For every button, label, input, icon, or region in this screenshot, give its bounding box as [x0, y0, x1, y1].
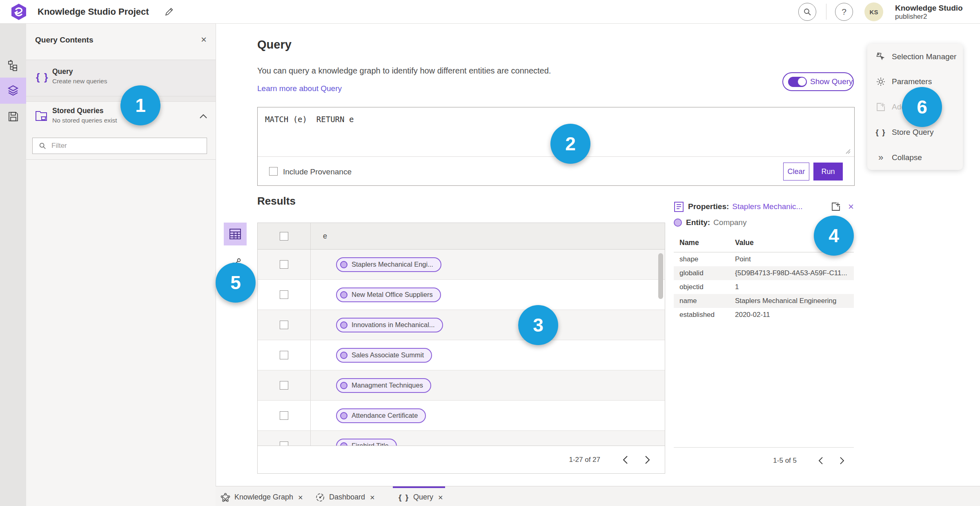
- project-title: Knowledge Studio Project: [38, 7, 149, 17]
- entity-pill[interactable]: Firebird Title: [336, 439, 397, 446]
- entity-pill[interactable]: Sales Associate Summit: [336, 348, 432, 363]
- row-checkbox[interactable]: [280, 381, 288, 390]
- save-icon: [8, 111, 19, 122]
- panel-close-icon[interactable]: ×: [201, 35, 207, 45]
- help-icon: ?: [842, 7, 846, 17]
- table-row[interactable]: Attendance Certificate: [258, 401, 665, 431]
- toggle-track[interactable]: [788, 77, 807, 87]
- row-checkbox[interactable]: [280, 260, 288, 269]
- resize-handle-icon[interactable]: [845, 148, 851, 154]
- data-model-rail-button[interactable]: [0, 53, 26, 79]
- entity-dot-icon: [340, 321, 347, 329]
- entity-pill[interactable]: Staplers Mechanical Engi...: [336, 257, 441, 272]
- row-checkbox[interactable]: [280, 411, 288, 420]
- selection-manager-item[interactable]: Selection Manager: [867, 49, 963, 65]
- properties-pagination: 1-5 of 5: [674, 452, 854, 470]
- learn-more-link[interactable]: Learn more about Query: [257, 84, 342, 93]
- row-checkbox[interactable]: [280, 351, 288, 359]
- help-button[interactable]: ?: [835, 3, 853, 21]
- braces-icon: { }: [875, 128, 886, 137]
- app-logo: [11, 3, 27, 20]
- entity-dot-icon: [340, 442, 347, 446]
- tab-query[interactable]: { } Query ×: [393, 486, 445, 506]
- query-section-title: Query: [257, 38, 292, 51]
- search-icon: [803, 7, 812, 16]
- results-table-header: e: [258, 223, 665, 250]
- previous-page-button[interactable]: [618, 453, 632, 467]
- query-text-input[interactable]: MATCH (e) RETURN e: [265, 115, 354, 124]
- search-button[interactable]: [798, 3, 816, 21]
- icon-rail: »: [0, 23, 27, 506]
- braces-icon: { }: [399, 493, 409, 502]
- annotation-circle-4: 4: [814, 216, 854, 256]
- annotation-circle-5: 5: [216, 263, 256, 303]
- entity-dot-icon: [340, 412, 347, 419]
- results-title: Results: [257, 195, 296, 207]
- entity-pill[interactable]: Attendance Certificate: [336, 408, 426, 423]
- table-row[interactable]: Firebird Title: [258, 431, 665, 446]
- show-query-label: Show Query: [810, 77, 853, 86]
- property-row: nameStaplers Mechanical Engineering: [674, 294, 854, 308]
- close-tab-icon[interactable]: ×: [438, 493, 443, 502]
- divider: [26, 159, 216, 160]
- filter-input[interactable]: [51, 141, 207, 150]
- save-rail-button[interactable]: [0, 103, 26, 129]
- panel-item-subtitle: No stored queries exist: [52, 117, 117, 124]
- close-tab-icon[interactable]: ×: [370, 493, 375, 502]
- include-provenance-checkbox[interactable]: [269, 167, 278, 176]
- tab-dashboard[interactable]: Dashboard ×: [315, 486, 375, 506]
- dashboard-icon: [315, 493, 325, 502]
- close-tab-icon[interactable]: ×: [298, 493, 303, 502]
- table-icon: [229, 228, 241, 240]
- app-header: Knowledge Studio Project ? KS Knowledge …: [0, 0, 980, 24]
- panel-item-query[interactable]: { } Query Create new queries: [26, 60, 216, 96]
- toggle-knob: [797, 77, 806, 86]
- edit-title-icon[interactable]: [164, 7, 174, 17]
- chevron-up-icon[interactable]: [200, 114, 207, 118]
- table-row[interactable]: Innovations in Mechanical...: [258, 310, 665, 340]
- next-page-button[interactable]: [835, 454, 849, 468]
- user-role: publisher2: [895, 13, 927, 21]
- row-checkbox[interactable]: [280, 321, 288, 329]
- entity-dot-icon: [674, 218, 682, 227]
- braces-icon: { }: [36, 71, 49, 83]
- table-scrollbar[interactable]: [658, 253, 663, 299]
- next-page-button[interactable]: [640, 453, 654, 467]
- property-row: objectid1: [674, 280, 854, 294]
- previous-page-button[interactable]: [814, 454, 828, 468]
- row-checkbox[interactable]: [280, 441, 288, 446]
- store-query-item[interactable]: { } Store Query: [867, 124, 963, 140]
- show-query-toggle[interactable]: Show Query: [782, 72, 854, 91]
- entity-pill[interactable]: Innovations in Mechanical...: [336, 318, 443, 332]
- entity-pill[interactable]: Managment Techniques: [336, 378, 431, 393]
- entity-type: Company: [713, 218, 746, 227]
- row-checkbox[interactable]: [280, 290, 288, 299]
- entity-pill[interactable]: New Metal Office Suppliers: [336, 288, 441, 302]
- results-table: e Staplers Mechanical Engi... New Metal …: [257, 223, 665, 474]
- table-row[interactable]: New Metal Office Suppliers: [258, 280, 665, 310]
- panel-item-title: Stored Queries: [52, 107, 117, 115]
- annotation-circle-1: 1: [120, 85, 160, 125]
- stored-queries-folder-icon: [35, 110, 48, 122]
- table-row[interactable]: Staplers Mechanical Engi...: [258, 250, 665, 280]
- run-button[interactable]: Run: [813, 163, 843, 181]
- contents-rail-button[interactable]: [0, 78, 26, 104]
- table-row[interactable]: Sales Associate Summit: [258, 340, 665, 370]
- close-properties-icon[interactable]: ×: [848, 202, 854, 212]
- property-row: globalid{5D9B4713-F98D-4A53-A59F-C11...: [674, 266, 854, 280]
- select-all-checkbox[interactable]: [280, 232, 288, 241]
- parameters-item[interactable]: Parameters: [867, 74, 963, 90]
- collapse-item[interactable]: » Collapse: [867, 149, 963, 166]
- properties-entity-link[interactable]: Staplers Mechanic...: [732, 202, 802, 211]
- add-to-selection-icon[interactable]: [831, 202, 841, 212]
- clear-button[interactable]: Clear: [783, 163, 809, 181]
- entity-label: Entity:: [686, 218, 710, 227]
- divider: [674, 447, 854, 448]
- annotation-circle-6: 6: [902, 87, 942, 127]
- tab-knowledge-graph[interactable]: Knowledge Graph ×: [220, 486, 303, 506]
- entity-dot-icon: [340, 382, 347, 389]
- table-view-button[interactable]: [224, 223, 247, 245]
- entity-dot-icon: [340, 291, 347, 299]
- table-row[interactable]: Managment Techniques: [258, 370, 665, 401]
- avatar[interactable]: KS: [864, 2, 883, 21]
